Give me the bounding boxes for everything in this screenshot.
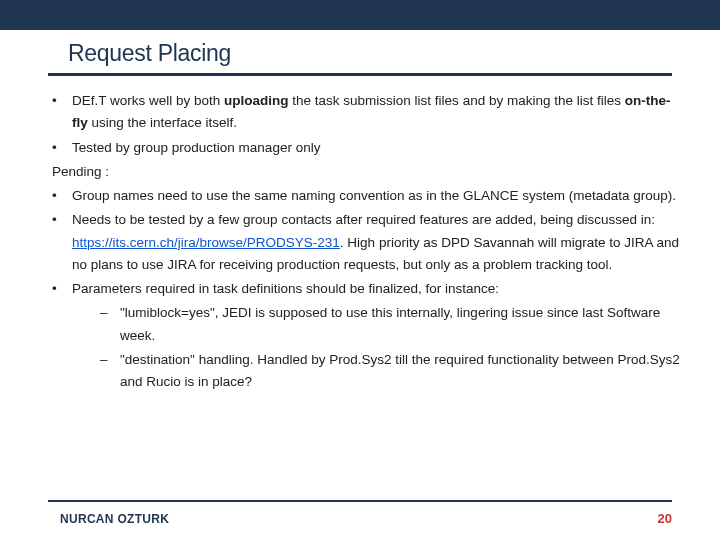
bullet-marker: • (48, 90, 72, 135)
bullet-item: • Needs to be tested by a few group cont… (48, 209, 680, 276)
slide: Request Placing • DEf.T works well by bo… (0, 0, 720, 540)
bullet-text: "lumiblock=yes", JEDI is supposed to use… (120, 302, 680, 347)
text: the task submission list files and by ma… (289, 93, 625, 108)
page-number: 20 (658, 511, 672, 526)
bullet-item: • Tested by group production manager onl… (48, 137, 680, 159)
text: DEf.T works well by both (72, 93, 224, 108)
bullet-item: • Parameters required in task definition… (48, 278, 680, 300)
title-area: Request Placing (0, 30, 720, 67)
text: using the interface itself. (88, 115, 237, 130)
bullet-text: Tested by group production manager only (72, 137, 680, 159)
pending-label: Pending : (48, 161, 680, 183)
bullet-text: "destination" handling. Handled by Prod.… (120, 349, 680, 394)
body: • DEf.T works well by both uploading the… (0, 76, 720, 393)
bullet-text: Needs to be tested by a few group contac… (72, 209, 680, 276)
text: Needs to be tested by a few group contac… (72, 212, 655, 227)
jira-link[interactable]: https://its.cern.ch/jira/browse/PRODSYS-… (72, 235, 340, 250)
slide-title: Request Placing (68, 40, 720, 67)
bullet-marker: • (48, 185, 72, 207)
bullet-item: • DEf.T works well by both uploading the… (48, 90, 680, 135)
bullet-item: • Group names need to use the same namin… (48, 185, 680, 207)
bold-text: uploading (224, 93, 289, 108)
sub-bullet-item: – "destination" handling. Handled by Pro… (48, 349, 680, 394)
dash-marker: – (96, 349, 120, 394)
footer: NURCAN OZTURK 20 (0, 511, 720, 526)
bullet-text: Parameters required in task definitions … (72, 278, 680, 300)
sub-bullet-item: – "lumiblock=yes", JEDI is supposed to u… (48, 302, 680, 347)
bullet-marker: • (48, 278, 72, 300)
footer-rule (48, 500, 672, 502)
author-name: NURCAN OZTURK (60, 512, 169, 526)
bullet-text: DEf.T works well by both uploading the t… (72, 90, 680, 135)
dash-marker: – (96, 302, 120, 347)
bullet-marker: • (48, 209, 72, 276)
bullet-text: Group names need to use the same naming … (72, 185, 680, 207)
top-bar (0, 0, 720, 30)
bullet-marker: • (48, 137, 72, 159)
